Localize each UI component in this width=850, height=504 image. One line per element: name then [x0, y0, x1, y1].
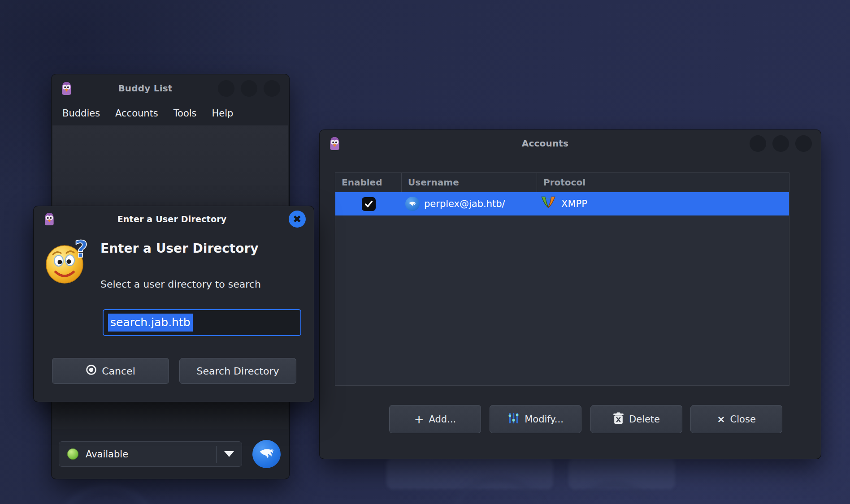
kali-buddy-icon-button[interactable]	[252, 440, 281, 468]
dialog-close-button[interactable]: ✖	[289, 211, 306, 228]
menu-tools[interactable]: Tools	[173, 108, 197, 119]
column-header-enabled[interactable]: Enabled	[335, 173, 402, 192]
column-header-protocol[interactable]: Protocol	[537, 173, 789, 192]
window-button[interactable]	[750, 135, 766, 152]
close-accounts-button[interactable]: × Close	[690, 405, 782, 433]
sliders-icon	[507, 412, 520, 426]
buddy-avatar-icon	[405, 197, 420, 211]
search-directory-button[interactable]: Search Directory	[179, 358, 296, 384]
status-dropdown-button[interactable]	[217, 451, 242, 457]
xmpp-protocol-icon	[540, 196, 557, 212]
delete-button-label: Delete	[629, 414, 660, 425]
username-cell: perplex@jab.htb/	[402, 197, 537, 211]
cancel-button-label: Cancel	[102, 366, 135, 377]
window-controls	[218, 80, 280, 97]
buddy-list-window-title: Buddy List	[73, 83, 218, 94]
window-button[interactable]	[241, 80, 257, 97]
menu-buddies[interactable]: Buddies	[62, 108, 100, 119]
dialog-titlebar[interactable]: Enter a User Directory ✖	[34, 206, 314, 232]
plus-icon: +	[414, 413, 424, 426]
close-icon: ×	[717, 414, 725, 425]
column-header-username[interactable]: Username	[402, 173, 537, 192]
accounts-window-title: Accounts	[341, 138, 750, 149]
protocol-cell: XMPP	[537, 196, 789, 212]
delete-account-button[interactable]: Delete	[590, 405, 682, 433]
cancel-stop-icon	[86, 364, 97, 378]
close-button-label: Close	[730, 414, 756, 425]
close-x-icon: ✖	[293, 214, 301, 224]
dialog-heading: Enter a User Directory	[100, 241, 259, 256]
directory-input-value: search.jab.htb	[108, 314, 193, 332]
account-protocol: XMPP	[561, 198, 587, 209]
menu-accounts[interactable]: Accounts	[115, 108, 158, 119]
buddy-list-titlebar[interactable]: Buddy List	[52, 74, 289, 102]
dialog-message: Select a user directory to search	[100, 279, 261, 290]
pidgin-icon	[43, 212, 55, 226]
trash-icon	[613, 412, 624, 426]
cancel-button[interactable]: Cancel	[52, 358, 169, 384]
account-row[interactable]: perplex@jab.htb/ XMPP	[335, 192, 789, 215]
search-directory-button-label: Search Directory	[197, 366, 279, 377]
window-button[interactable]	[264, 80, 280, 97]
pidgin-icon	[61, 82, 73, 95]
chevron-down-icon	[224, 451, 234, 457]
window-controls	[750, 135, 812, 152]
modify-account-button[interactable]: Modify...	[490, 405, 581, 433]
svg-text:?: ?	[74, 238, 88, 263]
window-button[interactable]	[218, 80, 234, 97]
question-smiley-icon: ?	[45, 238, 90, 286]
buddy-list-menubar: Buddies Accounts Tools Help	[52, 102, 289, 125]
menu-help[interactable]: Help	[212, 108, 234, 119]
enabled-cell	[335, 197, 402, 211]
status-available-icon	[67, 448, 78, 460]
enabled-checkbox[interactable]	[362, 197, 376, 211]
status-selector[interactable]: Available	[59, 441, 242, 467]
pidgin-icon	[329, 137, 341, 151]
account-username: perplex@jab.htb/	[424, 198, 505, 209]
dialog-title: Enter a User Directory	[55, 214, 289, 224]
directory-input[interactable]: search.jab.htb	[103, 309, 301, 336]
accounts-table-header: Enabled Username Protocol	[335, 173, 789, 192]
checkmark-icon	[364, 199, 373, 209]
status-selector-value: Available	[86, 449, 216, 460]
user-directory-dialog: Enter a User Directory ✖ ? Enter a User …	[34, 206, 314, 402]
wallpaper-swirl	[54, 484, 161, 504]
window-button[interactable]	[795, 135, 812, 152]
modify-button-label: Modify...	[525, 414, 564, 425]
accounts-window: Accounts Enabled Username Protocol	[320, 130, 821, 459]
add-account-button[interactable]: + Add...	[389, 405, 481, 433]
kali-dragon-icon	[257, 444, 277, 465]
add-button-label: Add...	[429, 414, 456, 425]
accounts-titlebar[interactable]: Accounts	[320, 130, 821, 157]
accounts-table: Enabled Username Protocol perplex@jab.ht…	[335, 172, 789, 386]
window-button[interactable]	[772, 135, 789, 152]
